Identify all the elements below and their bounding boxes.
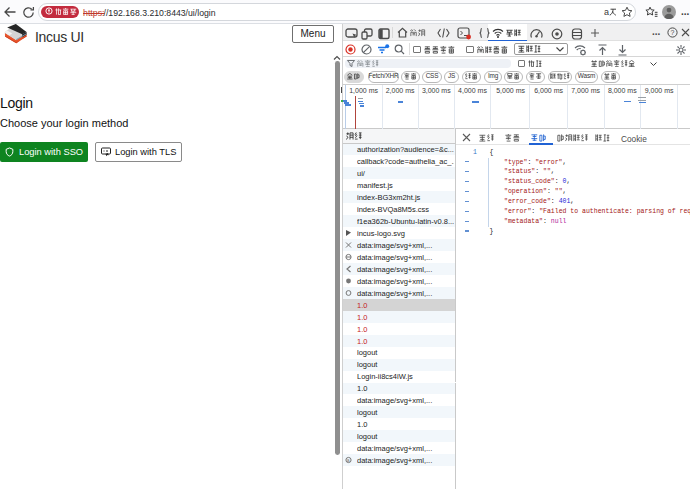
svg-text:?: ? bbox=[670, 29, 674, 36]
svg-text:a: a bbox=[347, 457, 350, 463]
svg-text:a: a bbox=[604, 7, 609, 17]
